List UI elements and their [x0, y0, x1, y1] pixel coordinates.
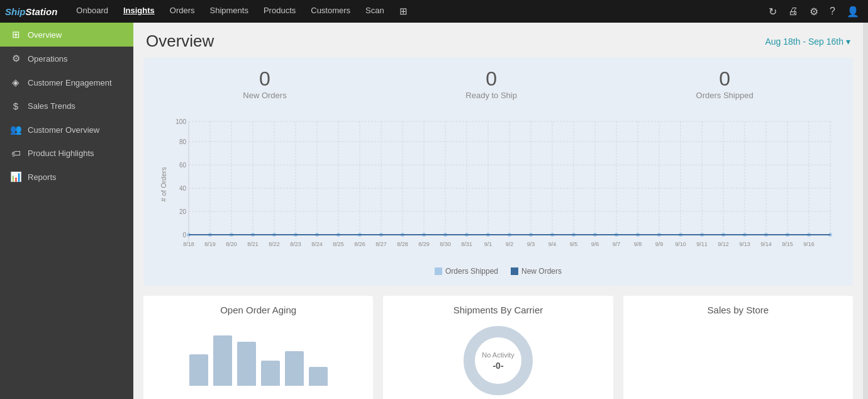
scrollbar[interactable] [863, 23, 868, 399]
svg-text:9/13: 9/13 [739, 241, 750, 247]
svg-text:9/8: 9/8 [634, 241, 642, 247]
svg-text:100: 100 [175, 118, 186, 125]
refresh-icon[interactable]: ↻ [765, 4, 781, 19]
svg-text:8/24: 8/24 [311, 241, 323, 247]
svg-text:60: 60 [179, 162, 187, 169]
legend-shipped-label: Orders Shipped [445, 267, 498, 276]
sidebar-item-sales-trends[interactable]: $ Sales Trends [0, 94, 133, 118]
svg-text:8/25: 8/25 [333, 241, 344, 247]
nav-links: Onboard Insights Orders Shipments Produc… [70, 3, 765, 20]
svg-text:9/6: 9/6 [591, 241, 599, 247]
sidebar-item-reports[interactable]: 📊 Reports [0, 165, 133, 189]
nav-customers[interactable]: Customers [304, 3, 357, 20]
nav-icons: ↻ 🖨 ⚙ ? 👤 [765, 4, 863, 19]
svg-text:# of Orders: # of Orders [160, 167, 167, 202]
legend-orders-shipped: Orders Shipped [435, 267, 498, 276]
svg-text:9/9: 9/9 [655, 241, 664, 247]
svg-text:9/15: 9/15 [782, 241, 793, 247]
svg-text:8/19: 8/19 [204, 241, 216, 247]
help-icon[interactable]: ? [826, 4, 839, 18]
svg-text:9/14: 9/14 [760, 241, 772, 247]
customer-overview-icon: 👥 [10, 124, 21, 135]
sales-by-store-card: Sales by Store [623, 296, 853, 399]
sidebar-item-customer-overview[interactable]: 👥 Customer Overview [0, 118, 133, 142]
chart-legend: Orders Shipped New Orders [153, 267, 843, 276]
sidebar-item-customer-engagement[interactable]: ◈ Customer Engagement [0, 70, 133, 94]
sidebar-item-product-highlights[interactable]: 🏷 Product Highlights [0, 142, 133, 165]
svg-text:8/26: 8/26 [354, 241, 365, 247]
svg-text:9/11: 9/11 [696, 241, 708, 247]
sidebar-item-overview[interactable]: ⊞ Overview [0, 23, 133, 47]
aging-bar-6 [309, 367, 328, 386]
shipments-by-carrier-card: Shipments By Carrier No Activity -0- [383, 296, 613, 399]
svg-text:8/29: 8/29 [418, 241, 430, 247]
page-header: Overview Aug 18th - Sep 16th ▾ [133, 23, 863, 57]
print-icon[interactable]: 🖨 [784, 4, 802, 18]
svg-text:80: 80 [179, 138, 187, 145]
aging-bar-1 [189, 354, 208, 386]
svg-text:8/30: 8/30 [440, 241, 451, 247]
donut-chart: No Activity -0- [460, 323, 536, 398]
settings-icon[interactable]: ⚙ [806, 4, 822, 19]
date-range-text: Aug 18th - Sep 16th [765, 37, 843, 47]
svg-text:9/4: 9/4 [548, 241, 557, 247]
app-name: ShipStation [5, 6, 57, 17]
nav-shipments[interactable]: Shipments [204, 3, 255, 20]
new-orders-label: New Orders [243, 91, 286, 100]
aging-bar-3 [237, 342, 256, 386]
svg-text:8/28: 8/28 [397, 241, 408, 247]
aging-bar-5 [285, 351, 304, 386]
svg-text:8/31: 8/31 [461, 241, 472, 247]
svg-text:9/2: 9/2 [506, 241, 514, 247]
svg-text:9/12: 9/12 [718, 241, 729, 247]
customer-engagement-icon: ◈ [10, 77, 21, 88]
nav-insights[interactable]: Insights [117, 3, 161, 20]
legend-new-color [511, 267, 518, 275]
app-logo: ShipStation [5, 6, 57, 17]
bottom-sections: Open Order Aging Shipments By Carrier No [143, 296, 853, 399]
orders-shipped-label: Orders Shipped [696, 91, 754, 100]
user-icon[interactable]: 👤 [843, 4, 863, 19]
open-order-aging-title: Open Order Aging [152, 305, 364, 315]
sidebar-label-reports: Reports [28, 172, 57, 182]
aging-bar-2 [213, 335, 232, 386]
legend-new-orders: New Orders [511, 267, 562, 276]
svg-text:9/10: 9/10 [675, 241, 686, 247]
sales-by-store-title: Sales by Store [632, 305, 844, 315]
svg-text:8/22: 8/22 [269, 241, 280, 247]
chevron-down-icon: ▾ [846, 37, 850, 47]
aging-bar-4 [261, 361, 280, 386]
sidebar-label-customer-engagement: Customer Engagement [28, 78, 112, 87]
content-area: Overview Aug 18th - Sep 16th ▾ 0 New Ord… [133, 23, 863, 399]
stats-row: 0 New Orders 0 Ready to Ship 0 Orders Sh… [153, 67, 843, 100]
product-highlights-icon: 🏷 [10, 148, 21, 159]
nav-scan[interactable]: Scan [359, 3, 391, 20]
sidebar-label-sales-trends: Sales Trends [28, 101, 75, 111]
sidebar-item-operations[interactable]: ⚙ Operations [0, 47, 133, 70]
nav-orders[interactable]: Orders [164, 3, 201, 20]
shipments-by-carrier-title: Shipments By Carrier [392, 305, 604, 315]
new-orders-value: 0 [243, 67, 286, 91]
stat-orders-shipped: 0 Orders Shipped [696, 67, 754, 100]
orders-line-chart: # of Orders 100 80 60 40 20 0 [153, 109, 843, 260]
reports-icon: 📊 [10, 171, 21, 183]
nav-onboard[interactable]: Onboard [70, 3, 114, 20]
svg-text:8/18: 8/18 [183, 241, 194, 247]
sidebar: ⊞ Overview ⚙ Operations ◈ Customer Engag… [0, 23, 133, 399]
main-chart-container: 0 New Orders 0 Ready to Ship 0 Orders Sh… [143, 57, 853, 286]
svg-text:9/1: 9/1 [484, 241, 492, 247]
page-title: Overview [146, 31, 214, 51]
nav-grid[interactable]: ⊞ [393, 3, 414, 20]
svg-text:9/5: 9/5 [570, 241, 578, 247]
orders-shipped-value: 0 [696, 67, 754, 91]
svg-text:-0-: -0- [492, 361, 503, 371]
donut-chart-container: No Activity -0- [392, 323, 604, 398]
date-range-picker[interactable]: Aug 18th - Sep 16th ▾ [765, 37, 850, 47]
ready-to-ship-label: Ready to Ship [465, 91, 517, 100]
svg-text:9/16: 9/16 [803, 241, 815, 247]
stat-new-orders: 0 New Orders [243, 67, 286, 100]
nav-products[interactable]: Products [257, 3, 302, 20]
main-layout: ⊞ Overview ⚙ Operations ◈ Customer Engag… [0, 23, 868, 399]
ready-to-ship-value: 0 [465, 67, 517, 91]
operations-icon: ⚙ [10, 53, 21, 64]
